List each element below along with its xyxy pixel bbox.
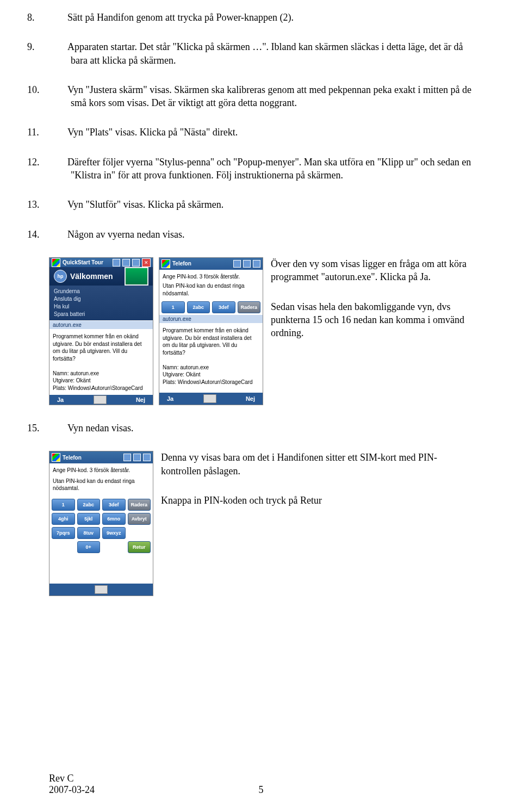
key-delete[interactable]: Radera [128,499,151,511]
key-delete[interactable]: Radera [238,301,261,313]
pin-prompt: Ange PIN-kod. 3 försök återstår. [163,273,259,281]
pin-info: Utan PIN-kod kan du endast ringa nödsamt… [53,478,150,492]
dialog-title: autorun.exe [159,314,263,324]
screenshot-telefon-keypad: Telefon Ange PIN-kod. 3 försök återstår.… [49,451,153,596]
titlebar-text: Telefon [63,455,121,461]
titlebar-text: Telefon [172,261,231,266]
key-9[interactable]: 9wxyz [102,527,126,539]
status-icon [113,259,120,266]
key-8[interactable]: 8tuv [77,527,101,539]
step-15: 15.Vyn nedan visas. [49,422,473,435]
step-10: 10.Vyn "Justera skärm" visas. Skärmen sk… [49,83,473,110]
screenshot-quickstart: QuickStart Tour✕ hpVälkommen GrundernaAn… [49,257,153,405]
step-11: 11.Vyn "Plats" visas. Klicka på "Nästa" … [49,126,473,139]
step-12: 12.Därefter följer vyerna "Stylus-penna"… [49,156,473,182]
row-step-14: QuickStart Tour✕ hpVälkommen GrundernaAn… [49,257,473,405]
screenshot-telefon-autorun: Telefon Ange PIN-kod. 3 försök återstår.… [159,257,263,405]
step-14-desc-2: Sedan visas hela den bakomliggande vyn, … [271,300,473,340]
footer: Rev C 2007-03-24 [49,773,95,796]
speaker-icon [132,259,140,266]
key-2[interactable]: 2abc [77,499,101,511]
signal-icon [243,260,251,268]
keyboard-icon[interactable] [94,395,107,404]
key-4[interactable]: 4ghi [52,513,75,525]
key-1[interactable]: 1 [52,499,75,511]
key-3[interactable]: 3def [102,499,126,511]
page-number: 5 [259,784,264,796]
key-5[interactable]: 5jkl [77,513,101,525]
start-flag-icon [52,258,60,267]
yes-button[interactable]: Ja [57,396,64,403]
row-step-15: Telefon Ange PIN-kod. 3 försök återstår.… [49,451,473,596]
start-flag-icon [161,259,170,268]
welcome-image [125,267,148,286]
hp-logo-icon: hp [54,270,67,283]
step-15-desc-1: Denna vy visas bara om det i Handifonen … [161,451,473,478]
dialog-message: Programmet kommer från en okänd utgivare… [163,327,259,356]
dialog-title: autorun.exe [49,320,153,330]
key-7[interactable]: 7pqrs [52,527,75,539]
keyboard-icon[interactable] [203,394,216,403]
key-2[interactable]: 2abc [187,301,210,313]
key-6[interactable]: 6mno [102,513,126,525]
pin-prompt: Ange PIN-kod. 3 försök återstår. [53,467,150,474]
no-button[interactable]: Nej [246,395,255,402]
signal-icon [133,454,141,461]
welcome-list: GrundernaAnsluta digHa kulSpara batteri [49,286,153,320]
key-3[interactable]: 3def [212,301,235,313]
step-9: 9.Apparaten startar. Det står "Klicka på… [49,40,473,67]
step-14: 14.Någon av vyerna nedan visas. [49,228,473,241]
signal-icon [122,259,130,266]
key-cancel[interactable]: Avbryt [128,513,151,525]
step-15-desc-2: Knappa in PIN-koden och tryck på Retur [161,494,473,507]
key-return[interactable]: Retur [128,541,151,553]
status-icon [233,260,241,268]
titlebar-text: QuickStart Tour [63,259,110,265]
start-flag-icon [52,453,60,462]
speaker-icon [143,454,151,461]
step-14-desc-1: Över den vy som visas ligger en fråga om… [271,257,473,284]
step-13: 13.Vyn "Slutför" visas. Klicka på skärme… [49,198,473,211]
status-icon [123,454,131,461]
yes-button[interactable]: Ja [167,395,173,402]
speaker-icon [253,260,260,268]
no-button[interactable]: Nej [136,396,145,403]
key-1[interactable]: 1 [161,301,185,313]
close-icon: ✕ [142,258,151,267]
pin-info: Utan PIN-kod kan du endast ringa nödsamt… [163,282,259,297]
keyboard-icon[interactable] [95,585,108,594]
key-0[interactable]: 0+ [77,541,101,553]
dialog-message: Programmet kommer från en okänd utgivare… [53,333,150,362]
step-8: 8.Sätt på Handifon genom att trycka på P… [49,11,473,24]
